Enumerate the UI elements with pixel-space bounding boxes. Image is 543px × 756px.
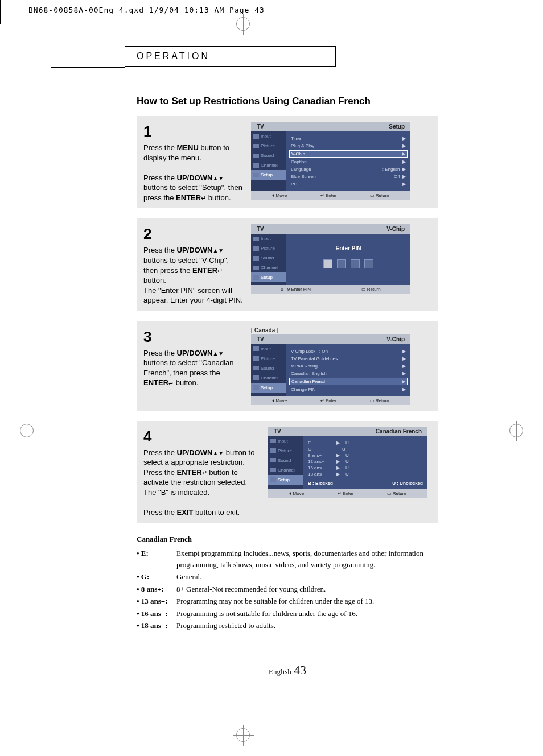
instruction: Press the ENTER↵ button to activate the … — [143, 468, 247, 497]
definition-row: • G:General. — [137, 571, 438, 583]
osd-title-left: TV — [257, 123, 264, 130]
legend-unblocked: U : Unblocked — [392, 481, 423, 486]
osd-title-right: V-Chip — [386, 226, 405, 232]
enter-icon: ↵ — [201, 194, 206, 203]
enter-pin-label: Enter PIN — [291, 245, 406, 251]
instruction: Press the UP/DOWN▲▼ buttons to select "S… — [143, 173, 242, 202]
registration-mark — [236, 728, 250, 742]
step-number: 4 — [143, 427, 260, 447]
enter-icon: ↵ — [168, 379, 174, 388]
rating-row: E▶U — [308, 440, 423, 446]
rating-row: GU — [308, 446, 423, 452]
updown-icon: ▲▼ — [212, 449, 224, 457]
osd-screenshot-canadian-french: TV Canadian French Input Picture Sound C… — [268, 427, 431, 498]
osd-screenshot-vchip: [ Canada ] TV V-Chip Input Picture Sound… — [251, 327, 431, 405]
section-title: OPERATION — [125, 51, 210, 61]
enter-icon: ↵ — [202, 469, 207, 477]
step-1: 1 Press the MENU button to display the m… — [137, 116, 438, 208]
step-4: 4 Press the UP/DOWN▲▼ button to select a… — [137, 421, 438, 523]
updown-icon: ▲▼ — [212, 350, 224, 358]
osd-title-left: TV — [274, 428, 281, 435]
instruction: The "Enter PIN" screen will appear. Ente… — [143, 286, 243, 305]
section-header: OPERATION — [125, 46, 336, 67]
definition-row: • 8 ans+:8+ General-Not recommended for … — [137, 584, 438, 595]
instruction: Press the UP/DOWN▲▼ buttons to select "C… — [143, 349, 234, 387]
step-2: 2 Press the UP/DOWN▲▼ buttons to select … — [137, 218, 438, 311]
instruction: Press the MENU button to display the men… — [143, 143, 229, 162]
osd-screenshot-pin: TV V-Chip Input Picture Sound Channel Se… — [251, 224, 431, 294]
registration-mark — [509, 424, 523, 437]
osd-title-right: Setup — [389, 123, 405, 130]
osd-sidebar: Input Picture Sound Channel Setup — [251, 234, 286, 285]
definition-row: • 16 ans+:Programming is not suitable fo… — [137, 608, 438, 619]
page-title: How to Set up Restrictions Using Canadia… — [137, 96, 438, 107]
page-number: English-43 — [137, 663, 438, 677]
definition-row: • 18 ans+:Programming restricted to adul… — [137, 620, 438, 631]
updown-icon: ▲▼ — [212, 247, 224, 255]
instruction: Press the EXIT button to exit. — [143, 508, 240, 517]
enter-icon: ↵ — [217, 267, 223, 275]
osd-title-right: V-Chip — [386, 336, 405, 342]
definitions: Canadian French • E:Exempt programming i… — [137, 534, 438, 631]
registration-mark — [20, 424, 34, 437]
step-number: 3 — [143, 327, 243, 347]
osd-title-right: Canadian French — [376, 428, 422, 435]
definition-row: • E:Exempt programming includes...news, … — [137, 548, 438, 570]
step-3: 3 Press the UP/DOWN▲▼ buttons to select … — [137, 321, 438, 411]
rating-grid: E▶UGU8 ans+▶U13 ans+▶U16 ans+▶U18 ans+▶U — [308, 440, 423, 477]
osd-title-left: TV — [257, 226, 264, 232]
rating-row: 13 ans+▶U — [308, 458, 423, 465]
legend-blocked: B : Blocked — [308, 481, 333, 486]
osd-context: [ Canada ] — [251, 327, 431, 333]
rating-row: 8 ans+▶U — [308, 452, 423, 458]
step-number: 2 — [143, 224, 243, 244]
step-number: 1 — [143, 122, 243, 142]
pin-input — [291, 259, 406, 268]
osd-sidebar: Input Picture Sound Channel Setup — [251, 344, 286, 396]
registration-mark — [236, 17, 250, 31]
definition-row: • 13 ans+:Programming may not be suitabl… — [137, 596, 438, 607]
osd-sidebar: Input Picture Sound Channel Setup — [268, 436, 303, 489]
instruction: Press the UP/DOWN▲▼ button to select a a… — [143, 448, 254, 467]
updown-icon: ▲▼ — [212, 175, 224, 183]
osd-title-left: TV — [257, 336, 264, 342]
definitions-title: Canadian French — [137, 534, 438, 545]
instruction: Press the UP/DOWN▲▼ buttons to select "V… — [143, 246, 229, 284]
crop-mark — [0, 0, 1, 24]
rating-row: 16 ans+▶U — [308, 465, 423, 471]
rating-row: 18 ans+▶U — [308, 471, 423, 477]
osd-screenshot-setup: TV Setup Input Picture Sound Channel Set… — [251, 122, 431, 200]
prepress-header: BN68-00858A-00Eng 4.qxd 1/9/04 10:13 AM … — [28, 6, 265, 14]
osd-sidebar: Input Picture Sound Channel Setup — [251, 131, 286, 191]
